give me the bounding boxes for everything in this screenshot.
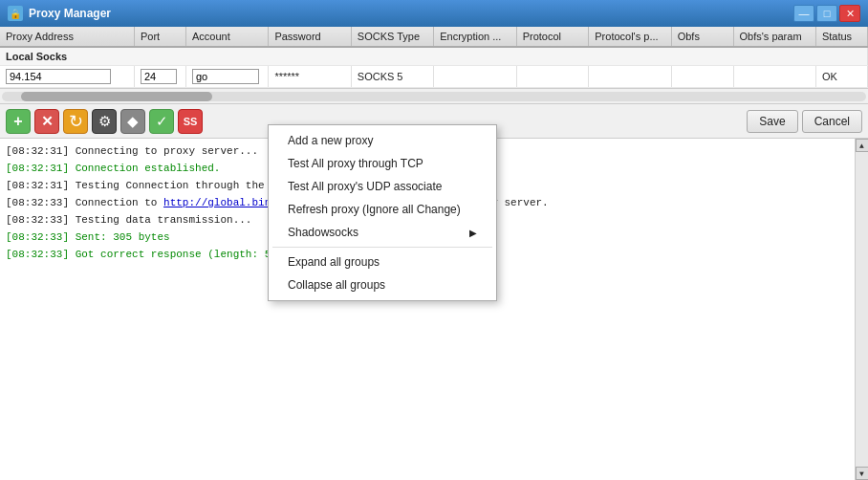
cell-obfs-param [733,66,815,88]
cell-socks-type: SOCKS 5 [351,66,433,88]
account-input[interactable] [192,69,259,84]
cell-port [134,66,185,88]
cancel-button[interactable]: Cancel [802,110,862,133]
log-time-1: [08:32:31] [6,145,69,157]
proxy-table-area: Proxy Address Port Account Password SOCK… [0,27,868,89]
context-menu-label-test-udp: Test All proxy's UDP associate [288,180,442,193]
refresh-button[interactable]: ↻ [63,109,88,134]
log-text-1: Connecting to proxy server... [76,145,258,157]
col-proxy-address: Proxy Address [0,27,134,47]
context-menu-item-collapse[interactable]: Collapse all groups [269,273,496,296]
ss-button[interactable]: SS [178,109,203,134]
col-password: Password [269,27,351,47]
cell-status: OK [815,66,867,88]
context-menu-item-refresh[interactable]: Refresh proxy (Ignore all Change) [269,198,496,221]
window-controls: — □ ✕ [793,5,860,22]
context-menu-label-test-tcp: Test All proxy through TCP [288,157,423,170]
log-time-5: [08:32:33] [6,214,69,226]
group-label: Local Socks [0,47,868,66]
group-row-local-socks: Local Socks [0,47,868,66]
col-encryption: Encryption ... [434,27,516,47]
window-content: Proxy Address Port Account Password SOCK… [0,27,868,480]
minimize-button[interactable]: — [793,5,814,22]
context-menu-label-expand: Expand all groups [288,255,380,269]
context-menu-item-expand[interactable]: Expand all groups [269,251,496,273]
col-port: Port [134,27,185,47]
proxy-button[interactable]: ◆ [120,109,145,134]
scroll-track[interactable] [856,152,869,467]
col-account: Account [185,27,268,47]
context-menu: Add a new proxy Test All proxy through T… [268,124,497,301]
col-protocol: Protocol [516,27,589,47]
context-menu-item-shadowsocks[interactable]: Shadowsocks ▶ [269,221,496,244]
title-bar: 🔒 Proxy Manager — □ ✕ [0,0,868,27]
cell-encryption [434,66,516,88]
settings-button[interactable]: ⚙ [92,109,117,134]
context-menu-label-collapse: Collapse all groups [288,278,385,292]
horizontal-scrollbar[interactable] [2,92,866,101]
col-status: Status [815,27,867,47]
col-obfs-param: Obfs's param [733,27,815,47]
scrollbar-thumb[interactable] [21,92,212,101]
col-socks-type: SOCKS Type [351,27,433,47]
submenu-arrow-icon: ▶ [469,228,477,238]
add-button[interactable]: + [6,109,31,134]
port-input[interactable] [141,69,177,84]
log-scrollbar[interactable]: ▲ ▼ [855,139,868,480]
status-value: OK [822,71,837,82]
log-text-5: Testing data transmission... [76,214,252,226]
window-title: Proxy Manager [29,7,793,20]
scroll-up-button[interactable]: ▲ [856,139,869,152]
cell-password: ****** [269,66,351,88]
context-menu-item-test-udp[interactable]: Test All proxy's UDP associate [269,175,496,198]
close-button[interactable]: ✕ [839,5,860,22]
window-icon: 🔒 [8,6,23,21]
table-header-row: Proxy Address Port Account Password SOCK… [0,27,868,47]
log-time-6: [08:32:33] [6,231,69,243]
cell-account [185,66,268,88]
socks-type-value: SOCKS 5 [358,71,403,82]
save-button[interactable]: Save [747,110,797,133]
password-value: ****** [274,71,299,82]
check-button[interactable]: ✓ [149,109,174,134]
scroll-down-button[interactable]: ▼ [856,467,869,480]
context-menu-item-add-proxy[interactable]: Add a new proxy [269,129,496,152]
cell-proxy-address [0,66,134,88]
context-menu-separator [272,247,492,248]
maximize-button[interactable]: □ [816,5,837,22]
context-menu-label-refresh: Refresh proxy (Ignore all Change) [288,203,461,216]
table-row[interactable]: ****** SOCKS 5 OK [0,66,868,88]
log-text-2: Connection established. [76,163,221,174]
log-time-4: [08:32:33] [6,197,69,208]
log-prefix-4: Connection to [76,197,163,208]
cell-protocol-p [589,66,671,88]
proxy-table: Proxy Address Port Account Password SOCK… [0,27,868,88]
log-time-2: [08:32:31] [6,163,69,174]
col-obfs: Obfs [671,27,733,47]
context-menu-item-test-tcp[interactable]: Test All proxy through TCP [269,152,496,175]
log-time-7: [08:32:33] [6,249,69,260]
cell-protocol [516,66,589,88]
log-time-3: [08:32:31] [6,180,69,191]
horizontal-scrollbar-area [0,89,868,104]
log-text-6: Sent: 305 bytes [76,231,170,243]
context-menu-label-add-proxy: Add a new proxy [288,134,373,147]
col-protocol-p: Protocol's p... [589,27,671,47]
cell-obfs [671,66,733,88]
remove-button[interactable]: ✕ [34,109,59,134]
context-menu-label-shadowsocks: Shadowsocks [288,226,358,239]
proxy-address-input[interactable] [6,69,111,84]
